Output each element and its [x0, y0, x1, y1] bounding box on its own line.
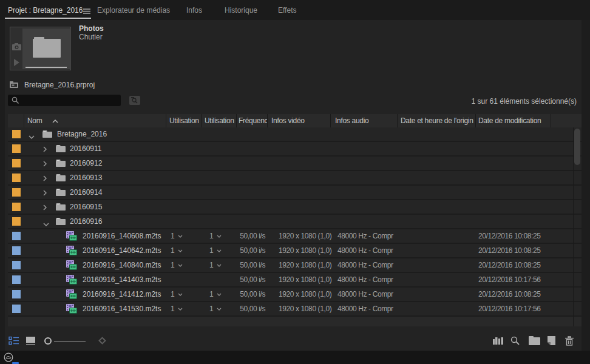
usage-audio-cell[interactable]: 1 — [209, 302, 222, 315]
header-utilisation-audio[interactable]: Utilisation — [202, 114, 237, 127]
item-name[interactable]: 20160916_141403.m2ts — [83, 273, 161, 286]
chevron-right-icon[interactable] — [43, 146, 47, 154]
frequence-cell: 50,00 i/s — [237, 244, 265, 257]
usage-audio-cell[interactable]: 1 — [209, 244, 222, 257]
label-chip[interactable] — [12, 217, 21, 226]
project-file-name[interactable]: Bretagne_2016.prproj — [24, 81, 95, 89]
zoom-slider-track[interactable] — [54, 341, 86, 342]
item-name[interactable]: 20160915 — [70, 200, 102, 214]
label-chip[interactable] — [12, 174, 21, 182]
header-date-origin[interactable]: Date et heure de l'origin — [398, 114, 476, 127]
creative-cloud-icon — [4, 352, 13, 362]
chevron-right-icon[interactable] — [43, 189, 47, 198]
tab-effects[interactable]: Effets — [278, 6, 296, 15]
chevron-right-icon[interactable] — [43, 175, 47, 183]
table-row[interactable]: Bretagne_2016 — [8, 127, 582, 141]
table-row[interactable]: 20160916_141403.m2ts50,00 i/s1920 x 1080… — [8, 273, 582, 286]
table-row[interactable]: 20160912 — [8, 157, 582, 170]
item-name[interactable]: 20160916_141412.m2ts — [83, 288, 161, 301]
automate-to-sequence-button[interactable] — [493, 336, 503, 346]
label-chip[interactable] — [12, 232, 21, 240]
tab-media-browser[interactable]: Explorateur de médias — [97, 6, 170, 15]
usage-audio-cell[interactable]: 1 — [209, 258, 222, 272]
header-infos-video[interactable]: Infos vidéo — [268, 114, 331, 127]
usage-video-cell[interactable]: 1 — [171, 244, 183, 257]
label-chip[interactable] — [12, 246, 21, 255]
label-chip[interactable] — [12, 144, 21, 153]
trash-button[interactable] — [565, 336, 574, 346]
preview-thumbnail[interactable] — [10, 27, 71, 70]
table-row[interactable]: 20160916 — [8, 215, 582, 228]
label-chip[interactable] — [12, 261, 21, 269]
chevron-down-icon[interactable] — [43, 220, 49, 228]
new-item-button[interactable] — [547, 336, 556, 346]
item-name[interactable]: 20160912 — [70, 157, 102, 170]
table-row[interactable]: 20160916_140840.m2ts1150,00 i/s1920 x 10… — [8, 258, 582, 272]
table-row[interactable]: 20160916_140642.m2ts1150,00 i/s1920 x 10… — [8, 244, 582, 257]
clip-icon — [66, 231, 77, 243]
infos-audio-cell: 48000 Hz - Compr — [337, 258, 393, 272]
label-chip[interactable] — [12, 159, 21, 167]
table-row[interactable]: 20160916_141412.m2ts1150,00 i/s1920 x 10… — [8, 288, 582, 301]
usage-video-cell[interactable]: 1 — [171, 288, 183, 301]
usage-video-cell[interactable]: 1 — [171, 229, 183, 243]
label-chip[interactable] — [12, 203, 21, 211]
header-date-modification[interactable]: Date de modification — [476, 114, 551, 127]
table-row[interactable]: 20160916_140608.m2ts1150,00 i/s1920 x 10… — [8, 229, 582, 243]
label-chip[interactable] — [12, 188, 21, 197]
vertical-scrollbar-thumb[interactable] — [574, 129, 580, 165]
table-row[interactable]: 20160914 — [8, 186, 582, 199]
tab-history[interactable]: Historique — [225, 6, 257, 15]
item-name[interactable]: 20160913 — [70, 171, 102, 184]
item-name[interactable]: Bretagne_2016 — [57, 127, 107, 141]
item-name[interactable]: 20160916_140840.m2ts — [83, 258, 161, 272]
find-button[interactable] — [510, 336, 520, 346]
zoom-slider-knob[interactable] — [44, 337, 52, 345]
header-empty-col — [551, 114, 582, 127]
list-view-button[interactable] — [8, 336, 19, 346]
item-name[interactable]: 20160916_140642.m2ts — [83, 244, 161, 257]
infos-audio-cell: 48000 Hz - Compr — [337, 302, 393, 315]
item-name[interactable]: 20160916_141530.m2ts — [83, 302, 161, 315]
infos-video-cell: 1920 x 1080 (1,0) — [279, 244, 331, 257]
header-nom[interactable]: Nom — [24, 114, 166, 127]
find-bin-button[interactable] — [129, 96, 140, 105]
label-chip[interactable] — [12, 290, 21, 298]
table-row[interactable]: 20160916_141530.m2ts1150,00 i/s1920 x 10… — [8, 302, 582, 315]
label-chip[interactable] — [12, 305, 21, 313]
infos-audio-cell: 48000 Hz - Compr — [337, 244, 393, 257]
label-chip[interactable] — [12, 275, 21, 284]
horizontal-scrollbar-track[interactable] — [8, 317, 582, 326]
table-row[interactable]: 20160913 — [8, 171, 582, 184]
item-name[interactable]: 20160914 — [70, 186, 102, 199]
usage-audio-cell[interactable]: 1 — [209, 288, 222, 301]
table-row[interactable]: 20160915 — [8, 200, 582, 214]
table-row[interactable]: 20160911 — [8, 142, 582, 155]
folder-icon — [56, 160, 66, 169]
folder-glyph-icon — [33, 37, 61, 58]
chevron-right-icon[interactable] — [43, 160, 47, 169]
new-bin-button[interactable] — [529, 336, 540, 345]
header-frequence[interactable]: Fréquenc — [237, 114, 268, 127]
label-chip[interactable] — [12, 130, 21, 138]
search-input[interactable] — [8, 95, 121, 106]
panel-menu-icon[interactable] — [83, 7, 90, 16]
icon-view-button[interactable] — [26, 336, 36, 346]
header-utilisation-video[interactable]: Utilisation — [166, 114, 202, 127]
usage-audio-cell[interactable]: 1 — [209, 229, 222, 243]
item-name[interactable]: 20160916_140608.m2ts — [83, 229, 161, 243]
zoom-slider-max-icon — [98, 337, 106, 345]
clip-icon — [66, 260, 77, 272]
item-name[interactable]: 20160916 — [70, 215, 102, 228]
header-label-col[interactable] — [8, 114, 24, 127]
item-name[interactable]: 20160911 — [70, 142, 102, 155]
usage-video-cell[interactable]: 1 — [171, 302, 183, 315]
chevron-down-icon[interactable] — [29, 132, 35, 141]
chevron-right-icon[interactable] — [43, 204, 47, 212]
tab-project[interactable]: Projet : Bretagne_2016 — [8, 6, 83, 15]
tab-infos[interactable]: Infos — [186, 6, 202, 15]
usage-video-cell[interactable]: 1 — [171, 258, 183, 272]
selection-status: 1 sur 61 éléments sélectionné(s) — [472, 97, 577, 106]
header-infos-audio[interactable]: Infos audio — [331, 114, 398, 127]
thumbnail-scrub-bar — [25, 67, 67, 68]
